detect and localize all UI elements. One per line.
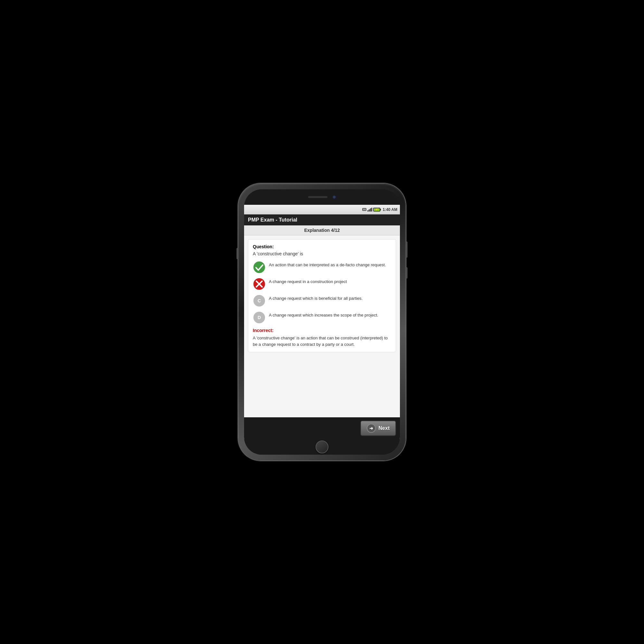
status-time: 1:40 AM [383,207,397,212]
next-button[interactable]: ➜ Next [360,421,396,436]
explanation-text: A 'constructive change' is an action tha… [253,335,391,347]
main-content: Question: A 'constructive change' is An … [244,235,400,417]
svg-point-0 [253,261,265,273]
neutral-icon-c: C [253,294,266,307]
option-d-text: A change request which increases the sco… [269,311,391,318]
wrong-icon [253,278,266,290]
signal-bar-4 [371,208,372,212]
next-label: Next [378,425,390,431]
signal-bar-3 [370,208,371,212]
signal-bar-2 [369,209,370,212]
phone-bottom-hardware [244,439,400,455]
answer-option-d: D A change request which increases the s… [253,311,391,324]
bottom-bar: ➜ Next [244,417,400,439]
battery-lightning: ⚡ [375,208,378,211]
arrow-symbol: ➜ [369,426,373,431]
phone-screen-area: 3G ⚡ 1:40 AM [244,189,400,455]
battery-icon: ⚡ [373,208,380,212]
question-card: Question: A 'constructive change' is An … [248,239,396,352]
home-button[interactable] [316,440,328,453]
option-c-text: A change request which is beneficial for… [269,294,391,301]
camera-button[interactable] [406,267,408,279]
power-button[interactable] [406,241,408,258]
network-badge: 3G [362,208,366,211]
question-text: A 'constructive change' is [253,251,391,256]
section-title: Explanation 4/12 [304,228,340,233]
status-bar: 3G ⚡ 1:40 AM [244,205,400,214]
question-label: Question: [253,244,391,249]
phone-device: 3G ⚡ 1:40 AM [238,184,406,460]
battery-tip [380,209,381,210]
answer-option-c: C A change request which is beneficial f… [253,294,391,307]
answer-option-b: A change request in a construction proje… [253,278,391,290]
phone-top-hardware [244,189,400,205]
front-camera [333,195,336,199]
correct-icon [253,261,266,274]
option-c-circle: C [253,295,265,307]
speaker [308,196,327,198]
section-header: Explanation 4/12 [244,225,400,235]
option-b-text: A change request in a construction proje… [269,278,391,285]
signal-bar-1 [367,210,368,212]
signal-icon [367,208,372,212]
explanation-section: Incorrect: A 'constructive change' is an… [253,328,391,347]
app-title-bar: PMP Exam - Tutorial [244,214,400,225]
option-d-circle: D [253,312,265,323]
neutral-icon-d: D [253,311,266,324]
answer-option-a: An action that can be interpreted as a d… [253,261,391,274]
volume-button[interactable] [236,248,238,259]
screen: 3G ⚡ 1:40 AM [244,205,400,439]
app-title: PMP Exam - Tutorial [248,217,297,223]
status-icons: 3G ⚡ 1:40 AM [362,207,397,212]
incorrect-label: Incorrect: [253,328,391,333]
next-arrow-icon: ➜ [367,424,376,433]
option-a-text: An action that can be interpreted as a d… [269,261,391,268]
